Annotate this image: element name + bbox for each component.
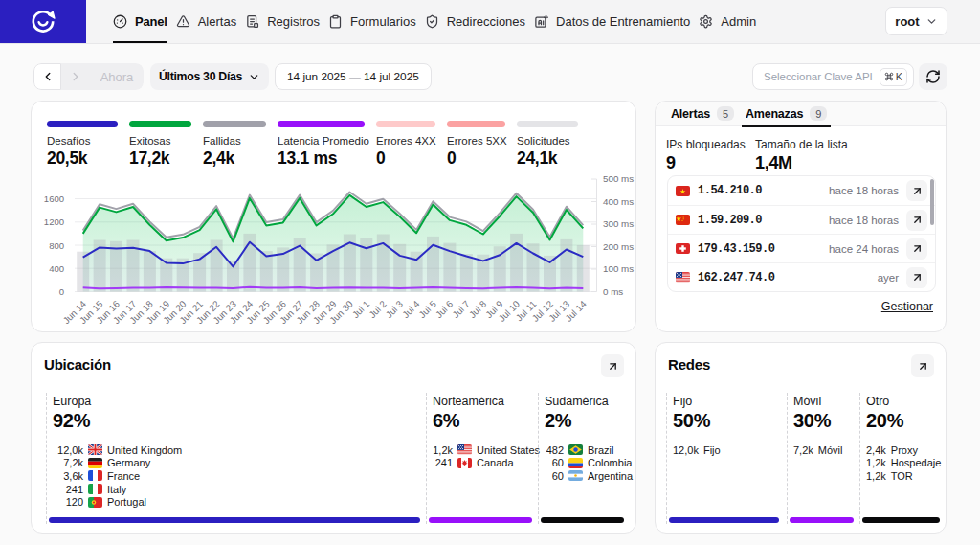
svg-text:Jul 3: Jul 3 (384, 298, 406, 320)
svg-text:1200: 1200 (44, 216, 64, 227)
svg-text:300 ms: 300 ms (603, 218, 634, 229)
svg-text:Jul 1: Jul 1 (350, 299, 371, 320)
svg-text:800: 800 (49, 240, 64, 251)
svg-text:0 ms: 0 ms (603, 286, 623, 297)
svg-text:Jul 5: Jul 5 (416, 298, 438, 320)
svg-text:100 ms: 100 ms (603, 263, 634, 274)
svg-text:200 ms: 200 ms (603, 241, 634, 252)
svg-text:Jul 6: Jul 6 (434, 298, 456, 320)
svg-text:Jul 2: Jul 2 (367, 299, 388, 320)
svg-text:500 ms: 500 ms (603, 176, 634, 184)
svg-text:Jul 8: Jul 8 (467, 298, 489, 320)
svg-text:Jul 4: Jul 4 (400, 298, 422, 320)
svg-text:1600: 1600 (44, 193, 64, 204)
svg-text:0: 0 (59, 286, 64, 297)
svg-text:400: 400 (49, 263, 64, 274)
svg-text:Jul 7: Jul 7 (450, 299, 471, 320)
svg-text:400 ms: 400 ms (603, 196, 634, 207)
